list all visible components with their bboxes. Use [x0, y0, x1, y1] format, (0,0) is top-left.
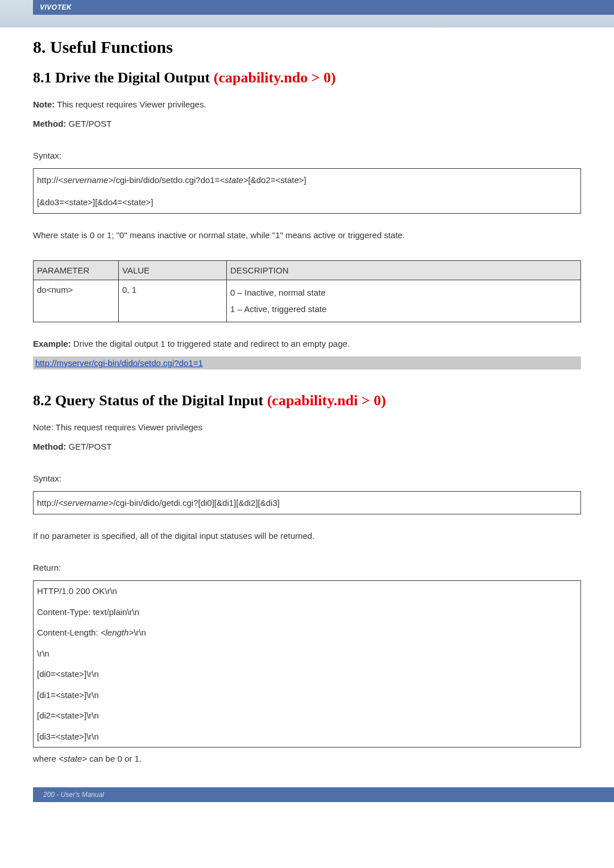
method-8-1: Method: GET/POST [33, 117, 581, 131]
return-box-8-2: HTTP/1.0 200 OK\r\n Content-Type: text/p… [33, 580, 581, 747]
footer-band: 200 - User's Manual [33, 787, 614, 802]
heading-8-1-black: 8.1 Drive the Digital Output [33, 69, 214, 86]
syntax-label-8-1: Syntax: [33, 149, 581, 163]
method-text: GET/POST [66, 119, 111, 128]
page-content: 8. Useful Functions 8.1 Drive the Digita… [0, 27, 614, 777]
header-inner: VIVOTEK [33, 0, 614, 15]
return-text: \r\n [134, 628, 146, 637]
return-length: <length> [101, 628, 134, 637]
state-description: Where state is 0 or 1; "0" means inactiv… [33, 229, 581, 242]
brand-label: VIVOTEK [40, 3, 72, 11]
where-state: where <state> can be 0 or 1. [33, 752, 581, 766]
syntax-text: http:// [37, 175, 59, 185]
heading-8-2-red: (capability.ndi > 0) [267, 392, 386, 409]
example-label: Example: [33, 339, 71, 348]
desc-line-1: 0 – Inactive, normal state [230, 285, 577, 301]
heading-8-2-black: 8.2 Query Status of the Digital Input [33, 392, 267, 409]
method-8-2: Method: GET/POST [33, 440, 581, 454]
syntax-box-8-1: http://<servername>/cgi-bin/dido/setdo.c… [33, 168, 581, 214]
syntax-servername: <servername> [59, 175, 114, 185]
syntax-row-2: [&do3=<state>][&do4=<state>] [34, 191, 580, 213]
header-band: VIVOTEK [0, 0, 614, 27]
desc-line-2: 1 – Active, triggered state [230, 301, 577, 318]
return-line: [di2=<state>]\r\n [34, 705, 580, 726]
td-parameter: do<num> [34, 280, 119, 322]
example-url-box: http://myserver/cgi-bin/dido/setdo.cgi?d… [33, 356, 581, 369]
param-table-8-1: PARAMETER VALUE DESCRIPTION do<num> 0, 1… [33, 260, 581, 322]
footer-text: 200 - User's Manual [43, 791, 104, 799]
heading-8: 8. Useful Functions [33, 38, 581, 57]
th-parameter: PARAMETER [34, 261, 119, 280]
note-8-2: Note: This request requires Viewer privi… [33, 421, 581, 434]
syntax-text: http:// [37, 498, 59, 508]
table-header-row: PARAMETER VALUE DESCRIPTION [34, 261, 581, 280]
return-label-8-2: Return: [33, 561, 581, 575]
method-label: Method: [33, 119, 66, 128]
method-label-8-2: Method: [33, 442, 66, 451]
note-text: This request requires Viewer privileges. [55, 99, 206, 109]
where-text: where [33, 754, 59, 763]
return-line: \r\n [34, 643, 580, 665]
th-description: DESCRIPTION [227, 261, 581, 280]
note-8-1: Note: This request requires Viewer privi… [33, 98, 581, 111]
td-description: 0 – Inactive, normal state 1 – Active, t… [227, 280, 581, 322]
heading-8-1-red: (capability.ndo > 0) [214, 69, 336, 86]
th-value: VALUE [119, 261, 227, 280]
example-text: Drive the digital output 1 to triggered … [71, 339, 350, 348]
syntax-row-1: http://<servername>/cgi-bin/dido/setdo.c… [34, 169, 580, 191]
td-value: 0, 1 [119, 280, 227, 322]
return-line: Content-Length: <length>\r\n [34, 622, 580, 643]
heading-8-2: 8.2 Query Status of the Digital Input (c… [33, 392, 581, 409]
return-line: [di1=<state>]\r\n [34, 685, 580, 706]
note-label: Note: [33, 99, 55, 109]
heading-8-1: 8.1 Drive the Digital Output (capability… [33, 69, 581, 86]
noparam-8-2: If no parameter is specified, all of the… [33, 529, 581, 543]
return-line: Content-Type: text/plain\r\n [34, 602, 580, 623]
syntax-box-8-2: http://<servername>/cgi-bin/dido/getdi.c… [33, 491, 581, 514]
syntax-row: http://<servername>/cgi-bin/dido/getdi.c… [34, 492, 580, 514]
example-8-1: Example: Drive the digital output 1 to t… [33, 337, 581, 351]
syntax-state: <state> [219, 175, 248, 185]
where-text: can be 0 or 1. [87, 754, 142, 763]
syntax-text: [&do2=<state>] [248, 175, 306, 185]
method-text-8-2: GET/POST [66, 442, 111, 451]
syntax-servername: <servername> [59, 498, 114, 508]
return-text: Content-Length: [37, 628, 101, 637]
return-line: HTTP/1.0 200 OK\r\n [34, 581, 580, 602]
where-state-var: <state> [59, 754, 87, 763]
syntax-label-8-2: Syntax: [33, 472, 581, 485]
table-row: do<num> 0, 1 0 – Inactive, normal state … [34, 280, 581, 322]
syntax-text: /cgi-bin/dido/getdi.cgi?[di0][&di1][&di2… [113, 498, 280, 508]
example-url-link[interactable]: http://myserver/cgi-bin/dido/setdo.cgi?d… [35, 358, 203, 368]
return-line: [di0=<state>]\r\n [34, 664, 580, 685]
syntax-text: /cgi-bin/dido/setdo.cgi?do1= [113, 175, 219, 185]
return-line: [di3=<state>]\r\n [34, 726, 580, 747]
